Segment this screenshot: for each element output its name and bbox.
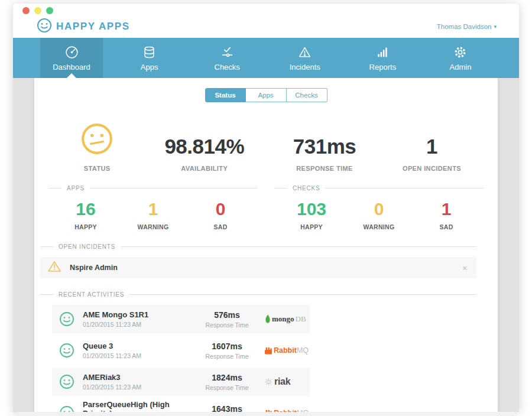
riak-logo: riak bbox=[260, 376, 310, 387]
apps-section-header: APPS bbox=[48, 185, 258, 191]
mongodb-leaf-icon bbox=[265, 314, 271, 324]
view-tabs: Status Apps Checks bbox=[34, 88, 498, 102]
response-time-label: RESPONSE TIME bbox=[296, 165, 353, 172]
activity-name: AMERiak3 bbox=[83, 373, 194, 382]
check-slider-icon bbox=[220, 44, 235, 60]
main-nav: Dashboard Apps Checks bbox=[13, 38, 519, 78]
nav-label: Checks bbox=[215, 63, 240, 72]
open-incidents-title: OPEN INCIDENTS bbox=[59, 243, 115, 250]
open-incidents-label: OPEN INCIDENTS bbox=[403, 165, 461, 172]
nav-label: Dashboard bbox=[53, 63, 90, 72]
activity-row[interactable]: AMERiak3 01/20/2015 11:23 AM 1824ms Resp… bbox=[52, 368, 310, 396]
recent-activities-section: RECENT ACTIVITIES bbox=[34, 278, 498, 412]
apps-happy-value: 16 bbox=[65, 199, 106, 219]
tab-status[interactable]: Status bbox=[205, 88, 246, 102]
database-icon bbox=[142, 44, 157, 60]
bar-chart-icon bbox=[375, 44, 390, 60]
chevron-down-icon: ▾ bbox=[494, 24, 497, 30]
status-label: STATUS bbox=[84, 165, 111, 172]
activity-date: 01/20/2015 11:23 AM bbox=[83, 384, 194, 391]
checks-sad-stat: 1 SAD bbox=[426, 199, 467, 230]
apps-stats: 16 HAPPY 1 WARNING 0 SAD bbox=[48, 191, 258, 240]
activity-response-value: 1824ms bbox=[194, 373, 260, 382]
availability-metric: 98.814% AVAILABILITY bbox=[142, 116, 267, 172]
checks-happy-label: HAPPY bbox=[291, 223, 332, 230]
happy-face-icon bbox=[59, 343, 83, 358]
close-icon[interactable]: × bbox=[462, 264, 467, 272]
user-menu[interactable]: Thomas Davidson ▾ bbox=[437, 23, 497, 30]
nav-item-checks[interactable]: Checks bbox=[196, 38, 258, 78]
window-bottom-edge bbox=[18, 412, 514, 416]
window-zoom-button[interactable] bbox=[46, 7, 53, 14]
activity-date: 01/20/2015 11:23 AM bbox=[83, 321, 194, 328]
apps-happy-stat: 16 HAPPY bbox=[65, 199, 106, 230]
rabbitmq-icon bbox=[265, 347, 272, 355]
gear-icon bbox=[453, 44, 468, 60]
dashboard-card: Status Apps Checks STATUS bbox=[34, 78, 498, 412]
nav-item-incidents[interactable]: Incidents bbox=[274, 38, 336, 78]
apps-section-title: APPS bbox=[67, 185, 85, 191]
tab-checks[interactable]: Checks bbox=[287, 88, 327, 102]
availability-label: AVAILABILITY bbox=[181, 165, 228, 172]
checks-warning-value: 0 bbox=[358, 199, 400, 219]
activity-response-label: Response Time bbox=[194, 321, 260, 329]
activity-row[interactable]: Queue 3 01/20/2015 11:23 AM 1607ms Respo… bbox=[52, 336, 310, 365]
apps-sad-value: 0 bbox=[200, 199, 241, 219]
activity-date: 01/20/2015 11:23 AM bbox=[83, 352, 194, 359]
rabbitmq-logo: RabbitMQ bbox=[260, 346, 310, 355]
window-minimize-button[interactable] bbox=[34, 7, 41, 14]
activity-response-value: 1643ms bbox=[194, 404, 260, 412]
open-incidents-metric: 1 OPEN INCIDENTS bbox=[382, 116, 481, 172]
overall-status: STATUS bbox=[52, 116, 142, 172]
happy-face-icon bbox=[59, 405, 83, 412]
activity-response-value: 1607ms bbox=[194, 342, 260, 351]
activity-list: AME Mongo S1R1 01/20/2015 11:23 AM 576ms… bbox=[52, 305, 476, 412]
activity-response-label: Response Time bbox=[194, 353, 260, 360]
mongodb-logo: mongoDB bbox=[260, 314, 310, 324]
app-window: HAPPY APPS Thomas Davidson ▾ Dashboard bbox=[13, 4, 519, 412]
brand-name: HAPPY APPS bbox=[56, 21, 130, 32]
incident-row[interactable]: Nspire Admin × bbox=[40, 257, 476, 278]
availability-value: 98.814% bbox=[164, 135, 244, 158]
nav-item-admin[interactable]: Admin bbox=[429, 38, 492, 78]
checks-section-title: CHECKS bbox=[293, 185, 320, 191]
window-close-button[interactable] bbox=[22, 7, 30, 14]
checks-sad-label: SAD bbox=[426, 223, 467, 230]
checks-stats: 103 HAPPY 0 WARNING 1 SAD bbox=[274, 191, 484, 240]
apps-section: APPS 16 HAPPY 1 WARNING 0 bbox=[40, 185, 266, 240]
nav-label: Reports bbox=[369, 63, 397, 72]
incident-name: Nspire Admin bbox=[70, 264, 118, 272]
tab-apps[interactable]: Apps bbox=[246, 88, 287, 102]
app-header: HAPPY APPS Thomas Davidson ▾ bbox=[13, 18, 519, 38]
checks-section-header: CHECKS bbox=[274, 185, 484, 191]
window-body: Status Apps Checks STATUS bbox=[13, 78, 519, 412]
activity-name: Queue 3 bbox=[83, 342, 194, 350]
smiley-logo-icon bbox=[37, 18, 52, 36]
recent-activities-header: RECENT ACTIVITIES bbox=[40, 291, 476, 298]
checks-happy-stat: 103 HAPPY bbox=[291, 199, 332, 230]
checks-sad-value: 1 bbox=[426, 199, 467, 219]
open-incidents-section: OPEN INCIDENTS Nspire Admin × bbox=[34, 240, 498, 278]
apps-sad-label: SAD bbox=[200, 223, 241, 230]
riak-starburst-icon bbox=[265, 378, 273, 386]
nav-label: Admin bbox=[450, 63, 472, 72]
checks-section: CHECKS 103 HAPPY 0 WARNING 1 bbox=[266, 185, 492, 240]
gauge-icon bbox=[64, 44, 79, 60]
open-incidents-value: 1 bbox=[426, 135, 437, 158]
nav-item-dashboard[interactable]: Dashboard bbox=[40, 38, 103, 78]
apps-warning-label: WARNING bbox=[132, 223, 174, 230]
checks-warning-stat: 0 WARNING bbox=[358, 199, 400, 230]
nav-label: Incidents bbox=[290, 63, 320, 72]
nav-item-apps[interactable]: Apps bbox=[118, 38, 181, 78]
apps-warning-value: 1 bbox=[132, 199, 174, 219]
response-time-value: 731ms bbox=[293, 135, 356, 158]
window-titlebar bbox=[13, 4, 519, 18]
apps-checks-sections: APPS 16 HAPPY 1 WARNING 0 bbox=[34, 185, 498, 240]
activity-row[interactable]: AME Mongo S1R1 01/20/2015 11:23 AM 576ms… bbox=[52, 305, 310, 333]
activity-response-value: 576ms bbox=[194, 310, 260, 320]
nav-item-reports[interactable]: Reports bbox=[351, 38, 414, 78]
activity-row[interactable]: ParserQueueHigh (High Priority) 01/20/20… bbox=[52, 399, 310, 412]
warning-triangle-icon bbox=[297, 44, 312, 60]
checks-happy-value: 103 bbox=[291, 199, 332, 219]
activity-name: AME Mongo S1R1 bbox=[83, 310, 194, 319]
